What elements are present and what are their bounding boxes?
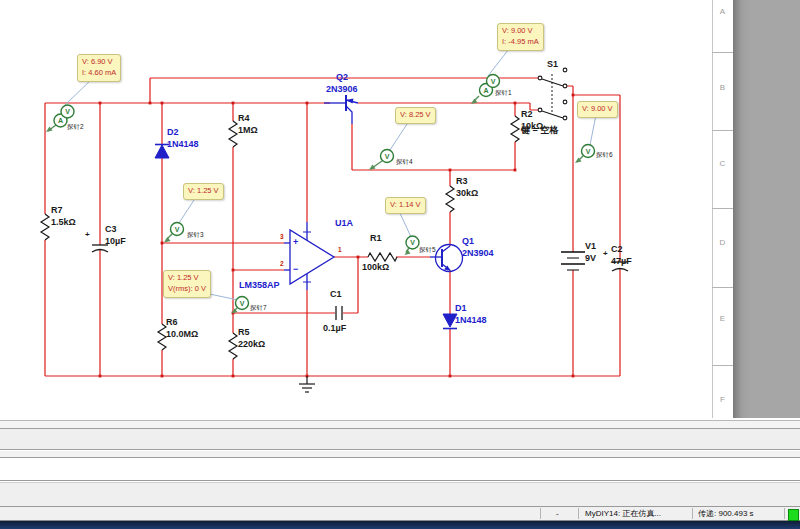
label-C2-ref[interactable]: C2 — [611, 245, 623, 254]
probe-v-glyph: V — [410, 239, 415, 246]
probe-1-name[interactable]: 探针1 — [495, 90, 512, 97]
windows-taskbar[interactable] — [0, 521, 800, 529]
probe-7-name[interactable]: 探针7 — [250, 305, 267, 312]
label-D2-val[interactable]: 1N4148 — [167, 140, 199, 149]
probe-5-readout[interactable]: V: 1.14 V — [385, 197, 426, 214]
ruler-divider — [712, 130, 733, 131]
probe-1-voltage: V: 9.00 V — [502, 26, 539, 37]
opamp-plus-sign: + — [293, 238, 298, 247]
label-Q2-val[interactable]: 2N3906 — [326, 85, 358, 94]
probe-5-voltage: V: 1.14 V — [390, 200, 421, 211]
label-C2-val[interactable]: 47µF — [611, 257, 632, 266]
status-separator — [784, 508, 785, 519]
label-Q1-val[interactable]: 2N3904 — [462, 249, 494, 258]
status-left-value: - — [556, 507, 559, 520]
probe-6-icon[interactable]: V — [575, 145, 595, 164]
collapsed-panel — [0, 421, 800, 428]
probe-2-name[interactable]: 探针2 — [67, 124, 84, 131]
label-D1-val[interactable]: 1N4148 — [455, 316, 487, 325]
resistor-R3-symbol — [446, 186, 454, 212]
label-R7-val[interactable]: 1.5kΩ — [51, 218, 76, 227]
status-transient-time: 传递: 900.493 s — [698, 507, 754, 520]
resistor-R6-symbol — [158, 324, 166, 350]
probe-6-readout[interactable]: V: 9.00 V — [577, 101, 618, 118]
status-separator — [692, 508, 693, 519]
probe-5-icon[interactable]: V — [405, 236, 420, 255]
label-R3-ref[interactable]: R3 — [456, 177, 468, 186]
probe-v-glyph: V — [65, 108, 70, 115]
probe-7-vrms: V(rms): 0 V — [168, 284, 206, 295]
label-V1-val[interactable]: 9V — [585, 254, 596, 263]
ruler-divider — [712, 287, 733, 288]
ruler-divider — [712, 208, 733, 209]
probe-a-glyph: A — [483, 87, 488, 94]
probe-5-name[interactable]: 探针5 — [419, 247, 436, 254]
opamp-pin-noninverting: 3 — [280, 234, 284, 241]
probe-7-readout[interactable]: V: 1.25 V V(rms): 0 V — [163, 270, 211, 298]
simulation-activity-indicator — [788, 509, 799, 521]
probe-2-current: I: 4.60 mA — [82, 68, 116, 79]
panel-divider — [0, 480, 800, 481]
label-D1-ref[interactable]: D1 — [455, 304, 467, 313]
probe-3-name[interactable]: 探针3 — [187, 232, 204, 239]
probe-4-readout[interactable]: V: 8.25 V — [395, 107, 436, 124]
label-R5-ref[interactable]: R5 — [238, 328, 250, 337]
label-R4-val[interactable]: 1MΩ — [238, 126, 258, 135]
label-C1-ref[interactable]: C1 — [330, 290, 342, 299]
ruler-letter-a: A — [712, 8, 733, 16]
probe-7-voltage: V: 1.25 V — [168, 273, 206, 284]
probe-1-current: I: -4.95 mA — [502, 37, 539, 48]
label-Q2-ref[interactable]: Q2 — [336, 73, 348, 82]
probe-v-glyph: V — [240, 300, 245, 307]
status-separator — [540, 508, 541, 519]
battery-V1-symbol[interactable] — [561, 252, 585, 270]
probe-v-glyph: V — [175, 226, 180, 233]
probe-6-name[interactable]: 探针6 — [596, 152, 613, 159]
status-simulation-message: MyDIY14: 正在仿真... — [585, 507, 661, 520]
switch-S1-symbol[interactable] — [538, 68, 567, 120]
label-V1-ref[interactable]: V1 — [585, 242, 596, 251]
label-U1A-ref[interactable]: U1A — [335, 219, 353, 228]
multisim-window: A V A V V V V V — [0, 0, 800, 529]
resistor-R4-symbol — [229, 121, 237, 147]
label-R1-val[interactable]: 100kΩ — [362, 263, 389, 272]
probe-v-glyph: V — [491, 78, 496, 85]
label-R6-ref[interactable]: R6 — [166, 318, 178, 327]
label-R5-val[interactable]: 220kΩ — [238, 340, 265, 349]
probe-3-icon[interactable]: V — [164, 223, 184, 243]
label-S1-ref[interactable]: S1 — [547, 60, 558, 69]
probe-6-voltage: V: 9.00 V — [582, 104, 613, 115]
label-C1-val[interactable]: 0.1µF — [323, 324, 346, 333]
resistor-R7-symbol — [41, 214, 49, 240]
probe-a-glyph: A — [58, 117, 63, 124]
opamp-pin-output: 1 — [338, 247, 342, 254]
probe-1-readout[interactable]: V: 9.00 V I: -4.95 mA — [497, 23, 544, 51]
label-S1-key[interactable]: 键 = 空格 — [521, 126, 558, 135]
probe-2-readout[interactable]: V: 6.90 V I: 4.60 mA — [77, 54, 121, 82]
label-R1-ref[interactable]: R1 — [370, 234, 382, 243]
label-C3-val[interactable]: 10µF — [105, 237, 126, 246]
label-R7-ref[interactable]: R7 — [51, 206, 63, 215]
ruler-letter-c: C — [712, 160, 733, 168]
panel-divider — [0, 449, 800, 450]
label-C3-ref[interactable]: C3 — [105, 225, 117, 234]
ruler-letter-b: B — [712, 84, 733, 92]
ground-symbol[interactable] — [299, 376, 315, 392]
opamp-U1A-symbol[interactable] — [284, 222, 334, 290]
transistor-Q2-symbol[interactable] — [324, 95, 358, 124]
ruler-letter-d: D — [712, 239, 733, 247]
probe-v-glyph: V — [385, 153, 390, 160]
status-bar: - MyDIY14: 正在仿真... 传递: 900.493 s — [0, 507, 800, 521]
label-R4-ref[interactable]: R4 — [238, 114, 250, 123]
collapsed-panel — [0, 458, 800, 480]
label-Q1-ref[interactable]: Q1 — [462, 237, 474, 246]
probe-4-icon[interactable]: V — [369, 150, 394, 171]
opamp-pin-inverting: 2 — [280, 261, 284, 268]
label-R3-val[interactable]: 30kΩ — [456, 189, 478, 198]
probe-3-readout[interactable]: V: 1.25 V — [183, 183, 224, 200]
label-U1A-val[interactable]: LM358AP — [239, 281, 280, 290]
label-R2-ref[interactable]: R2 — [521, 110, 533, 119]
label-D2-ref[interactable]: D2 — [167, 128, 179, 137]
probe-4-name[interactable]: 探针4 — [396, 159, 413, 166]
label-R6-val[interactable]: 10.0MΩ — [166, 330, 198, 339]
